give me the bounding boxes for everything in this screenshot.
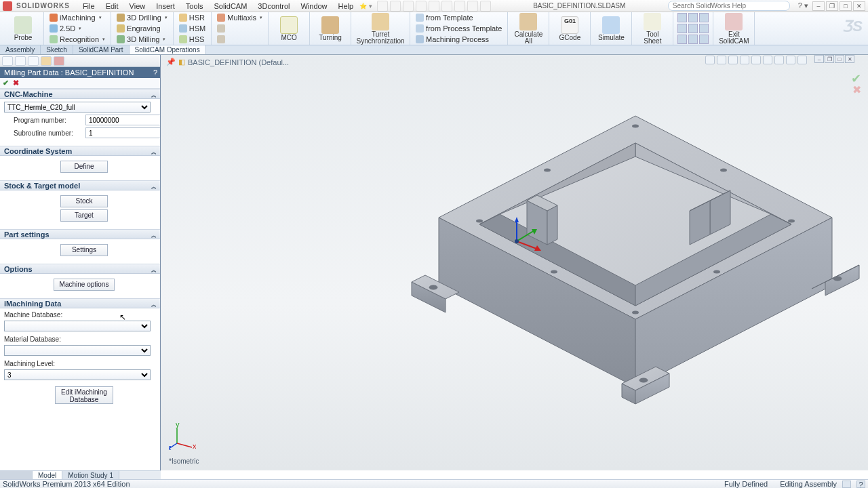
machining-level-select[interactable]: 3 bbox=[4, 369, 151, 380]
misc2-icon[interactable] bbox=[688, 13, 698, 22]
turret-sync-button[interactable]: Turret Synchronization bbox=[355, 12, 406, 46]
props-icon[interactable] bbox=[15, 56, 26, 66]
misc3-icon[interactable] bbox=[699, 13, 709, 22]
menu-solidcam[interactable]: SolidCAM bbox=[209, 1, 252, 11]
help-icon[interactable]: ? bbox=[153, 67, 157, 78]
misc4-icon[interactable] bbox=[677, 24, 687, 33]
section-cnc-machine[interactable]: CNC-Machine︽ bbox=[0, 89, 160, 99]
vp-min-icon[interactable]: – bbox=[814, 55, 824, 63]
section-imachining-data[interactable]: iMachining Data︽ bbox=[0, 298, 160, 308]
qa-new-icon[interactable] bbox=[377, 1, 388, 12]
section-options[interactable]: Options︽ bbox=[0, 264, 160, 274]
qa-print-icon[interactable] bbox=[416, 1, 427, 12]
qa-open-icon[interactable] bbox=[390, 1, 401, 12]
machining-process-button[interactable]: Machining Process bbox=[414, 35, 503, 45]
subroutine-number-input[interactable] bbox=[85, 127, 160, 138]
config-icon[interactable] bbox=[28, 56, 39, 66]
stock-button[interactable]: Stock bbox=[60, 195, 108, 207]
menu-help[interactable]: Help bbox=[334, 1, 359, 11]
window-restore-icon[interactable]: ❐ bbox=[826, 1, 838, 11]
settings-button[interactable]: Settings bbox=[60, 244, 108, 256]
cnc-machine-select[interactable]: TTC_Hermle_C20_full bbox=[4, 102, 151, 113]
viewport-doc-tab[interactable]: 📌 ◧ BASIC_DEFINITION (Defaul... bbox=[166, 58, 289, 66]
section-view-icon[interactable] bbox=[740, 56, 749, 64]
menu-edit[interactable]: Edit bbox=[101, 1, 123, 11]
hsr-button[interactable]: HSR bbox=[178, 13, 207, 23]
engraving-button[interactable]: Engraving bbox=[115, 24, 169, 34]
section-stock-target[interactable]: Stock & Target model︽ bbox=[0, 180, 160, 190]
3d-viewport[interactable]: 📌 ◧ BASIC_DEFINITION (Defaul... – ❐ □ ✕ … bbox=[161, 55, 868, 470]
machine-db-select[interactable] bbox=[4, 321, 151, 331]
define-button[interactable]: Define bbox=[60, 161, 108, 173]
bottom-tab-nav[interactable] bbox=[0, 471, 33, 479]
multiaxis-button[interactable]: Multiaxis bbox=[216, 13, 264, 23]
section-part-settings[interactable]: Part settings︽ bbox=[0, 229, 160, 239]
misc6-icon[interactable] bbox=[699, 24, 709, 33]
misc9-icon[interactable] bbox=[699, 35, 709, 44]
tab-sketch[interactable]: Sketch bbox=[41, 45, 73, 54]
menu-file[interactable]: File bbox=[78, 1, 100, 11]
menu-tools[interactable]: Tools bbox=[181, 1, 208, 11]
qa-options-icon[interactable] bbox=[480, 1, 491, 12]
status-help-icon[interactable]: ? bbox=[856, 481, 865, 488]
tool-sheet-button[interactable]: Tool Sheet bbox=[636, 12, 669, 46]
target-button[interactable]: Target bbox=[60, 209, 108, 222]
25d-button[interactable]: 2.5D bbox=[48, 24, 106, 34]
edit-imachining-db-button[interactable]: Edit iMachining Database bbox=[55, 386, 113, 404]
menu-window[interactable]: Window bbox=[296, 1, 332, 11]
hsm-button[interactable]: HSM bbox=[178, 24, 207, 34]
section-coordinate-system[interactable]: Coordinate System︽ bbox=[0, 146, 160, 156]
qa-rebuild-icon[interactable] bbox=[467, 1, 478, 12]
imachining-button[interactable]: iMachining bbox=[48, 13, 106, 23]
misc7-icon[interactable] bbox=[677, 35, 687, 44]
menu-view[interactable]: View bbox=[125, 1, 151, 11]
calculate-all-button[interactable]: Calculate All bbox=[512, 12, 545, 46]
from-template-button[interactable]: from Template bbox=[414, 13, 503, 23]
recognition-button[interactable]: Recognition bbox=[48, 35, 106, 45]
tab-solidcam-operations[interactable]: SolidCAM Operations bbox=[130, 45, 206, 54]
material-db-select[interactable] bbox=[4, 345, 151, 356]
from-process-template-button[interactable]: from Process Template bbox=[414, 24, 503, 34]
tab-motion-study[interactable]: Motion Study 1 bbox=[62, 471, 119, 479]
probe-button[interactable]: Probe bbox=[7, 15, 39, 43]
vp-restore-icon[interactable]: ❐ bbox=[825, 55, 834, 63]
3d-drilling-button[interactable]: 3D Drilling bbox=[115, 13, 169, 23]
ok-icon[interactable]: ✔ bbox=[3, 79, 9, 87]
window-close-icon[interactable]: ✕ bbox=[853, 1, 865, 11]
reject-icon[interactable]: ✖ bbox=[852, 83, 861, 96]
vp-close-icon[interactable]: ✕ bbox=[845, 55, 854, 63]
prev-view-icon[interactable] bbox=[728, 56, 738, 64]
status-custom-icon[interactable] bbox=[842, 481, 851, 488]
vp-max-icon[interactable]: □ bbox=[835, 55, 844, 63]
menu-3dcontrol[interactable]: 3Dcontrol bbox=[253, 1, 294, 11]
qa-redo-icon[interactable] bbox=[441, 1, 452, 12]
dim-icon[interactable] bbox=[41, 56, 52, 66]
zoom-fit-icon[interactable] bbox=[705, 56, 715, 64]
simulate-button[interactable]: Simulate bbox=[595, 15, 627, 43]
tab-model[interactable]: Model bbox=[33, 471, 62, 479]
qa-undo-icon[interactable] bbox=[429, 1, 439, 12]
cancel-icon[interactable]: ✖ bbox=[13, 79, 19, 87]
mco-button[interactable]: MCO bbox=[273, 15, 305, 43]
misc5-icon[interactable] bbox=[688, 24, 698, 33]
turning-button[interactable]: Turning bbox=[314, 15, 347, 43]
help-dropdown-icon[interactable]: ? ▾ bbox=[795, 1, 811, 11]
misc1-icon[interactable] bbox=[677, 13, 687, 22]
view-settings-icon[interactable] bbox=[797, 56, 807, 64]
hide-show-icon[interactable] bbox=[774, 56, 784, 64]
exit-solidcam-button[interactable]: Exit SolidCAM bbox=[717, 12, 750, 46]
zoom-area-icon[interactable] bbox=[717, 56, 726, 64]
tab-assembly[interactable]: Assembly bbox=[0, 45, 41, 54]
qa-save-icon[interactable] bbox=[403, 1, 414, 12]
3d-milling-button[interactable]: 3D Milling bbox=[115, 35, 169, 45]
view-orient-icon[interactable] bbox=[751, 56, 761, 64]
menu-insert[interactable]: Insert bbox=[151, 1, 180, 11]
tab-solidcam-part[interactable]: SolidCAM Part bbox=[73, 45, 130, 54]
help-search-input[interactable] bbox=[668, 1, 790, 11]
misc8-icon[interactable] bbox=[688, 35, 698, 44]
tree-icon[interactable] bbox=[2, 56, 13, 66]
machine-options-button[interactable]: Machine options bbox=[54, 279, 115, 291]
qa-select-icon[interactable] bbox=[454, 1, 465, 12]
gcode-button[interactable]: G01GCode bbox=[553, 15, 586, 43]
render-icon[interactable] bbox=[54, 56, 64, 66]
